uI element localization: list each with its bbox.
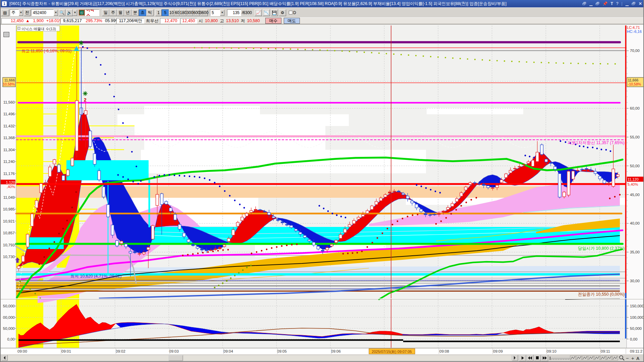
svg-text:09:10: 09:10 bbox=[547, 349, 556, 353]
svg-text:−: − bbox=[626, 355, 629, 361]
svg-text:2: 2 bbox=[84, 97, 87, 103]
svg-text:50,000: 50,000 bbox=[3, 304, 15, 308]
svg-text:11,120: 11,120 bbox=[628, 177, 639, 181]
svg-text:100,000: 100,000 bbox=[630, 315, 644, 319]
svg-text:11,666: 11,666 bbox=[4, 78, 15, 82]
svg-text:A: A bbox=[636, 356, 640, 361]
svg-text:11,304: 11,304 bbox=[3, 148, 15, 152]
svg-text:,40%: ,40% bbox=[7, 185, 15, 189]
svg-text:2025/07/15(화) 09:07:05: 2025/07/15(화) 09:07:05 bbox=[372, 350, 412, 354]
svg-text:최저 10,620 (4,71%, 09:02): 최저 10,620 (4,71%, 09:02) bbox=[70, 274, 121, 279]
svg-text:09:06: 09:06 bbox=[331, 349, 341, 353]
svg-text:45,00: 45,00 bbox=[630, 193, 640, 197]
svg-text:09:03: 09:03 bbox=[169, 349, 179, 353]
svg-text:35,00: 35,00 bbox=[630, 250, 640, 254]
svg-text:10,985: 10,985 bbox=[3, 207, 15, 211]
svg-text:11,176: 11,176 bbox=[3, 172, 15, 176]
svg-text:5,40%: 5,40% bbox=[628, 182, 638, 186]
svg-text:40,00: 40,00 bbox=[630, 221, 640, 225]
svg-text:50,000: 50,000 bbox=[3, 326, 15, 330]
svg-text:10,921: 10,921 bbox=[3, 219, 15, 223]
svg-text:09:09: 09:09 bbox=[493, 349, 503, 353]
svg-text:HC:-6,16: HC:-6,16 bbox=[627, 29, 642, 34]
svg-text:1,120: 1,120 bbox=[6, 180, 15, 184]
svg-text:+: + bbox=[631, 355, 634, 361]
svg-text:09:11:2: 09:11:2 bbox=[630, 349, 643, 353]
svg-text:09:05: 09:05 bbox=[277, 349, 287, 353]
svg-text:11,560: 11,560 bbox=[3, 100, 15, 104]
svg-text:피봇1차저항선 11,357 (7,65%): 피봇1차저항선 11,357 (7,65%) bbox=[568, 140, 625, 145]
svg-text:11,496: 11,496 bbox=[3, 112, 15, 116]
svg-text:09:01: 09:01 bbox=[61, 349, 71, 353]
svg-text:09:08: 09:08 bbox=[439, 349, 449, 353]
svg-text:55,00: 55,00 bbox=[630, 135, 640, 139]
svg-text:전일종가 10,550 (0,00%): 전일종가 10,550 (0,00%) bbox=[578, 292, 625, 297]
svg-text:-10,58%: -10,58% bbox=[628, 82, 641, 86]
svg-text:11,049: 11,049 bbox=[3, 195, 15, 199]
svg-text:150,000: 150,000 bbox=[630, 304, 644, 308]
svg-text:이닉스 매물대 수(13): 이닉스 매물대 수(13) bbox=[21, 27, 56, 31]
svg-text:09:04: 09:04 bbox=[223, 349, 233, 353]
svg-text:10,857: 10,857 bbox=[3, 231, 15, 235]
svg-text:10,793: 10,793 bbox=[3, 243, 15, 247]
svg-text:09:02: 09:02 bbox=[116, 349, 125, 353]
svg-text:11,368: 11,368 bbox=[3, 136, 15, 140]
svg-text:10,58%: 10,58% bbox=[3, 82, 15, 86]
svg-text:최고 11,850 (-6,16%, 09:01): 최고 11,850 (-6,16%, 09:01) bbox=[21, 49, 71, 53]
svg-text:10,730: 10,730 bbox=[3, 255, 15, 259]
svg-text:11,666: 11,666 bbox=[628, 78, 638, 82]
svg-text:50,00: 50,00 bbox=[630, 164, 640, 168]
svg-text:70,00: 70,00 bbox=[630, 49, 640, 53]
svg-text:30,00: 30,00 bbox=[630, 279, 640, 283]
svg-text:60,00: 60,00 bbox=[630, 106, 640, 110]
svg-text:50,000: 50,000 bbox=[630, 326, 642, 330]
svg-text:0,00: 0,00 bbox=[630, 337, 637, 341]
svg-text:0,00: 0,00 bbox=[7, 337, 15, 341]
svg-text:11,240: 11,240 bbox=[3, 160, 15, 164]
svg-text:LC:4,71: LC:4,71 bbox=[627, 25, 640, 29]
svg-text:00,000: 00,000 bbox=[3, 315, 15, 319]
svg-text:당일시가 10,800 (2,37%): 당일시가 10,800 (2,37%) bbox=[578, 246, 625, 251]
svg-text:09:00: 09:00 bbox=[17, 349, 27, 353]
svg-text:09:11: 09:11 bbox=[601, 349, 610, 353]
svg-text:11,432: 11,432 bbox=[3, 124, 15, 128]
